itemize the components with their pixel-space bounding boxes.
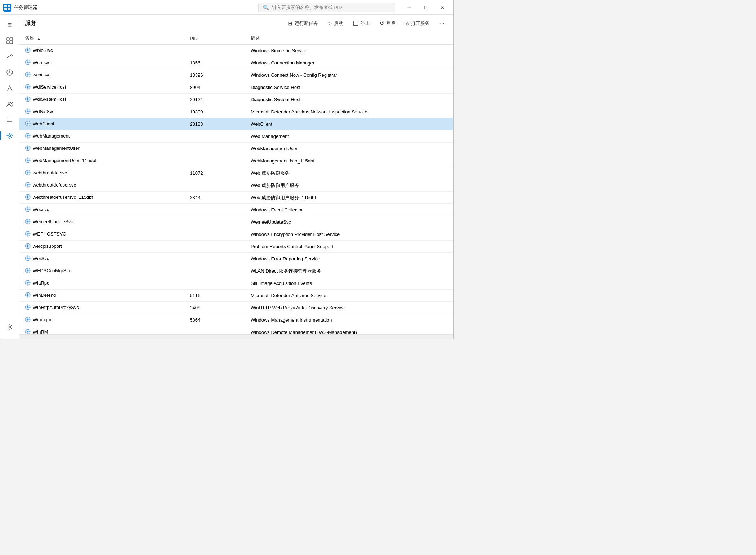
- svg-point-27: [27, 86, 29, 88]
- toolbar: 服务 ⊞ 运行新任务 ▷ 启动 停止 ↺ 重启 ⎋: [19, 15, 453, 32]
- service-name-cell: Wcmsvc: [19, 57, 184, 69]
- sidebar-item-startup[interactable]: [3, 81, 17, 95]
- column-header-name[interactable]: 名称 ▲: [19, 32, 184, 45]
- sidebar-item-details[interactable]: [3, 113, 17, 127]
- service-pid-cell: 2344: [184, 192, 245, 204]
- table-row[interactable]: WebManagement Web Management: [19, 130, 453, 143]
- table-row[interactable]: WerSvc Windows Error Reporting Service: [19, 253, 453, 265]
- more-button[interactable]: ···: [436, 18, 448, 29]
- minimize-button[interactable]: ─: [401, 2, 417, 13]
- service-desc-cell: WebManagementUser: [245, 143, 453, 155]
- table-row[interactable]: webthreatdefusersvc Web 威胁防御用户服务: [19, 179, 453, 192]
- table-row[interactable]: WEPHOSTSVC Windows Encryption Provider H…: [19, 228, 453, 241]
- service-desc-cell: Windows Event Collector: [245, 204, 453, 216]
- table-row[interactable]: Wecsvc Windows Event Collector: [19, 204, 453, 216]
- service-name: WebManagementUser_115dbf: [33, 158, 97, 163]
- table-row[interactable]: WinDefend 5116Microsoft Defender Antivir…: [19, 290, 453, 302]
- sidebar: ≡: [0, 15, 19, 339]
- sidebar-item-processes[interactable]: [3, 33, 17, 48]
- main-layout: ≡: [0, 15, 453, 339]
- horizontal-scrollbar[interactable]: [19, 334, 453, 339]
- service-name-cell: WinHttpAutoProxySvc: [19, 302, 184, 314]
- svg-point-63: [27, 233, 29, 235]
- table-row[interactable]: WbioSrvc Windows Biometric Service: [19, 45, 453, 57]
- service-pid-cell: [184, 155, 245, 167]
- sidebar-item-performance[interactable]: [3, 49, 17, 64]
- open-services-button[interactable]: ⎋ 打开服务: [402, 18, 433, 28]
- maximize-button[interactable]: □: [417, 2, 434, 13]
- svg-point-81: [27, 306, 29, 308]
- service-pid-cell: [184, 241, 245, 253]
- close-button[interactable]: ✕: [434, 2, 451, 13]
- service-pid-cell: [184, 265, 245, 277]
- services-table-container[interactable]: 名称 ▲ PID 描述: [19, 32, 453, 334]
- table-row[interactable]: wcncsvc 13396Windows Connect Now - Confi…: [19, 69, 453, 81]
- service-pid-cell: [184, 45, 245, 57]
- service-desc-cell: Diagnostic Service Host: [245, 81, 453, 94]
- service-name-cell: WdNisSvc: [19, 106, 184, 118]
- table-row[interactable]: webthreatdefusersvc_115dbf 2344Web 威胁防御用…: [19, 192, 453, 204]
- service-name-cell: WdiServiceHost: [19, 81, 184, 94]
- service-pid-cell: 11072: [184, 167, 245, 179]
- main-window: 任务管理器 🔍 ─ □ ✕ ≡: [0, 0, 454, 339]
- table-row[interactable]: WdNisSvc 10300Microsoft Defender Antivir…: [19, 106, 453, 118]
- stop-button[interactable]: 停止: [350, 18, 373, 28]
- service-name-cell: WebManagement: [19, 130, 184, 143]
- search-icon: 🔍: [263, 5, 269, 10]
- table-row[interactable]: Wcmsvc 1856Windows Connection Manager: [19, 57, 453, 69]
- service-name-cell: Winmgmt: [19, 314, 184, 326]
- service-name: webthreatdefsvc: [33, 170, 67, 175]
- start-button[interactable]: ▷ 启动: [325, 18, 347, 28]
- table-row[interactable]: WebManagementUser WebManagementUser: [19, 143, 453, 155]
- service-name: WinRM: [33, 329, 48, 335]
- window-controls: ─ □ ✕: [401, 2, 451, 13]
- table-row[interactable]: WdiServiceHost 8904Diagnostic Service Ho…: [19, 81, 453, 94]
- run-new-task-button[interactable]: ⊞ 运行新任务: [284, 18, 322, 28]
- sidebar-item-services[interactable]: [3, 129, 17, 143]
- svg-rect-4: [7, 38, 9, 40]
- column-header-pid[interactable]: PID: [184, 32, 245, 45]
- svg-point-39: [27, 135, 29, 137]
- service-name: Wecsvc: [33, 207, 49, 212]
- table-row[interactable]: WFDSConMgrSvc WLAN Direct 服务连接管理器服务: [19, 265, 453, 277]
- sidebar-item-history[interactable]: [3, 65, 17, 80]
- table-row[interactable]: WebClient 23188WebClient: [19, 118, 453, 130]
- svg-rect-0: [4, 5, 7, 7]
- service-name-cell: Wecsvc: [19, 204, 184, 216]
- service-name: WEPHOSTSVC: [33, 231, 66, 237]
- sidebar-item-menu[interactable]: ≡: [3, 18, 17, 32]
- service-pid-cell: [184, 253, 245, 265]
- service-name-cell: webthreatdefsvc: [19, 167, 184, 179]
- table-row[interactable]: WdiSystemHost 20124Diagnostic System Hos…: [19, 94, 453, 106]
- svg-point-18: [27, 49, 29, 51]
- table-row[interactable]: WemeetUpdateSvc WemeetUpdateSvc: [19, 216, 453, 228]
- svg-point-87: [27, 331, 29, 333]
- table-row[interactable]: wercplsupport Problem Reports Control Pa…: [19, 241, 453, 253]
- sort-arrow-name: ▲: [37, 36, 41, 40]
- restart-button[interactable]: ↺ 重启: [376, 18, 399, 28]
- table-row[interactable]: WinHttpAutoProxySvc 2408WinHTTP Web Prox…: [19, 302, 453, 314]
- column-header-desc[interactable]: 描述: [245, 32, 453, 45]
- sidebar-item-settings[interactable]: [3, 320, 17, 334]
- service-desc-cell: Windows Management Instrumentation: [245, 314, 453, 326]
- sidebar-item-users[interactable]: [3, 97, 17, 111]
- search-input[interactable]: [272, 5, 387, 10]
- table-row[interactable]: WinRM Windows Remote Management (WS-Mana…: [19, 326, 453, 335]
- table-row[interactable]: Winmgmt 5864Windows Management Instrumen…: [19, 314, 453, 326]
- service-name-cell: WebManagementUser_115dbf: [19, 155, 184, 167]
- service-desc-cell: Windows Connect Now - Config Registrar: [245, 69, 453, 81]
- service-pid-cell: [184, 204, 245, 216]
- service-pid-cell: [184, 277, 245, 290]
- service-name-cell: webthreatdefusersvc_115dbf: [19, 192, 184, 204]
- service-pid-cell: 13396: [184, 69, 245, 81]
- service-name: WbioSrvc: [33, 48, 53, 53]
- search-box[interactable]: 🔍: [258, 3, 395, 12]
- svg-point-16: [9, 326, 10, 328]
- service-name-cell: WebClient: [19, 118, 184, 130]
- table-row[interactable]: WebManagementUser_115dbf WebManagementUs…: [19, 155, 453, 167]
- table-row[interactable]: WiaRpc Still Image Acquisition Events: [19, 277, 453, 290]
- table-row[interactable]: webthreatdefsvc 11072Web 威胁防御服务: [19, 167, 453, 179]
- service-desc-cell: WinHTTP Web Proxy Auto-Discovery Service: [245, 302, 453, 314]
- service-desc-cell: Still Image Acquisition Events: [245, 277, 453, 290]
- service-name: WemeetUpdateSvc: [33, 219, 73, 224]
